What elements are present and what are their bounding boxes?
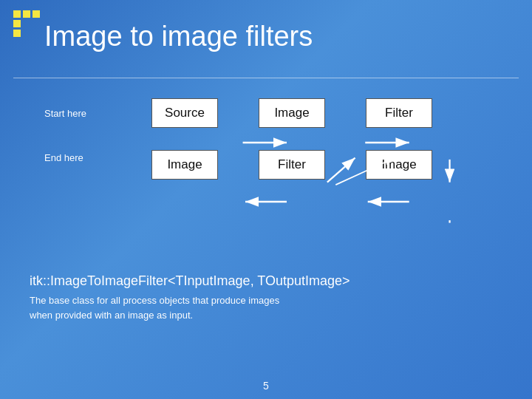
page-number: 5 [263, 380, 269, 392]
arrow-filter2-image1 [327, 158, 355, 183]
logo-dots [13, 10, 40, 37]
description-sub: The base class for all process objects t… [30, 293, 517, 322]
dot-5 [23, 20, 30, 27]
description-block: itk::ImageToImageFilter<TInputImage, TOu… [30, 273, 517, 322]
title-divider [13, 78, 519, 78]
dot-6 [33, 20, 40, 27]
slide-title: Image to image filters [44, 21, 517, 52]
arrows-svg [44, 87, 517, 257]
dot-3 [33, 10, 40, 18]
dot-8 [23, 30, 30, 37]
description-main: itk::ImageToImageFilter<TInputImage, TOu… [30, 273, 517, 289]
dot-4 [13, 20, 21, 27]
dot-1 [13, 10, 21, 18]
dot-2 [23, 10, 30, 18]
diagram: Start here End here Source Image Filter … [44, 87, 517, 257]
slide: Image to image filters Start here End he… [0, 0, 532, 399]
dot-9 [33, 30, 40, 37]
dot-7 [13, 30, 21, 37]
arrow-diag2 [335, 158, 395, 185]
